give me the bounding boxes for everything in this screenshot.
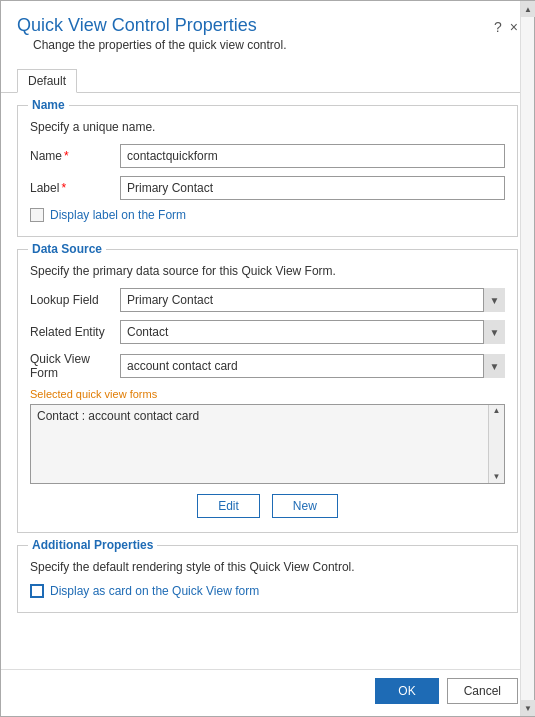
lookup-field-row: Lookup Field Primary Contact ▼	[30, 288, 505, 312]
additional-group: Additional Properties Specify the defaul…	[17, 545, 518, 613]
outer-scroll-up[interactable]: ▲	[521, 1, 535, 17]
name-required-star: *	[64, 149, 69, 163]
selected-forms-box: Contact : account contact card ▲ ▼	[30, 404, 505, 484]
name-label: Name*	[30, 149, 120, 163]
datasource-group-desc: Specify the primary data source for this…	[30, 264, 505, 278]
datasource-group-legend: Data Source	[28, 242, 106, 256]
display-card-text: Display as card on the Quick View form	[50, 584, 259, 598]
related-entity-row: Related Entity Contact ▼	[30, 320, 505, 344]
name-input[interactable]	[120, 144, 505, 168]
quick-view-dialog: Quick View Control Properties Change the…	[0, 0, 535, 717]
display-card-row: Display as card on the Quick View form	[30, 584, 505, 598]
content-area: Name Specify a unique name. Name* Label*…	[1, 93, 534, 669]
related-entity-select[interactable]: Contact	[120, 320, 505, 344]
label-row: Label*	[30, 176, 505, 200]
scroll-up-arrow[interactable]: ▲	[493, 407, 501, 415]
name-group-desc: Specify a unique name.	[30, 120, 505, 134]
selected-forms-label: Selected quick view forms	[30, 388, 505, 400]
label-label: Label*	[30, 181, 120, 195]
tabs-bar: Default	[1, 68, 534, 93]
datasource-group: Data Source Specify the primary data sou…	[17, 249, 518, 533]
selected-forms-scrollbar[interactable]: ▲ ▼	[488, 405, 504, 483]
dialog-title: Quick View Control Properties	[17, 15, 302, 36]
quick-view-form-row: Quick View Form account contact card ▼	[30, 352, 505, 380]
related-entity-select-wrapper: Contact ▼	[120, 320, 505, 344]
edit-new-button-row: Edit New	[30, 494, 505, 518]
display-label-checkbox[interactable]	[30, 208, 44, 222]
lookup-field-select-wrapper: Primary Contact ▼	[120, 288, 505, 312]
cancel-button[interactable]: Cancel	[447, 678, 518, 704]
edit-button[interactable]: Edit	[197, 494, 260, 518]
new-button[interactable]: New	[272, 494, 338, 518]
lookup-field-label: Lookup Field	[30, 293, 120, 307]
footer: OK Cancel	[1, 669, 534, 716]
name-group: Name Specify a unique name. Name* Label*…	[17, 105, 518, 237]
scroll-down-arrow[interactable]: ▼	[493, 473, 501, 481]
tab-default[interactable]: Default	[17, 69, 77, 93]
additional-group-legend: Additional Properties	[28, 538, 157, 552]
label-required-star: *	[61, 181, 66, 195]
name-row: Name*	[30, 144, 505, 168]
related-entity-label: Related Entity	[30, 325, 120, 339]
help-icon[interactable]: ?	[494, 19, 502, 35]
label-input[interactable]	[120, 176, 505, 200]
close-icon[interactable]: ×	[510, 19, 518, 35]
title-bar: Quick View Control Properties Change the…	[1, 1, 534, 68]
quick-view-form-label: Quick View Form	[30, 352, 120, 380]
display-label-row: Display label on the Form	[30, 208, 505, 222]
display-label-text: Display label on the Form	[50, 208, 186, 222]
display-card-checkbox[interactable]	[30, 584, 44, 598]
outer-scroll-down[interactable]: ▼	[521, 700, 535, 716]
lookup-field-select[interactable]: Primary Contact	[120, 288, 505, 312]
dialog-subtitle: Change the properties of the quick view …	[17, 36, 302, 62]
additional-group-desc: Specify the default rendering style of t…	[30, 560, 505, 574]
quick-view-form-select[interactable]: account contact card	[120, 354, 505, 378]
name-group-legend: Name	[28, 98, 69, 112]
selected-forms-item: Contact : account contact card	[37, 409, 498, 423]
outer-scrollbar: ▲ ▼	[520, 1, 534, 716]
quick-view-form-select-wrapper: account contact card ▼	[120, 354, 505, 378]
ok-button[interactable]: OK	[375, 678, 438, 704]
